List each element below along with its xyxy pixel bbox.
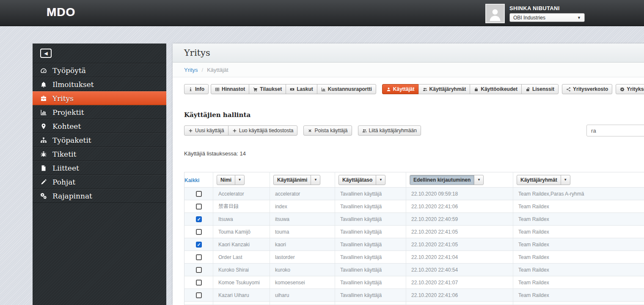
page-title: Yritys	[184, 48, 210, 58]
delete-user-button[interactable]: Poista käyttäjä	[303, 125, 352, 136]
cell-level: Tavallinen käyttäjä	[335, 264, 406, 276]
cell-username: kuroko	[270, 264, 335, 276]
lock-icon	[474, 87, 479, 92]
topbar: MDO SHINKA NIBUTANI OBI Industries ▼	[0, 0, 644, 26]
breadcrumb-separator: /	[202, 67, 204, 73]
user-search-input[interactable]	[586, 125, 644, 136]
cell-level: Tavallinen käyttäjä	[335, 276, 406, 289]
table-row: Itsuwa itsuwa Tavallinen käyttäjä 22.10.…	[184, 213, 644, 226]
tab-kayttooikeudet[interactable]: Käyttöoikeudet	[470, 84, 522, 94]
cell-username: komoesensei	[270, 276, 335, 289]
user-count-value: 14	[240, 150, 246, 157]
user-name: SHINKA NIBUTANI	[509, 5, 585, 11]
row-checkbox[interactable]	[196, 242, 202, 248]
table-header-row: Kaikki Nimi▼ Käyttäjänimi▼	[184, 172, 644, 188]
sidebar-item-kohteet[interactable]: Kohteet	[33, 119, 166, 133]
cell-last-login: 22.10.2020 22:40:54	[406, 264, 513, 276]
sort-button-nimi[interactable]: Nimi▼	[217, 175, 245, 185]
cell-level: Tavallinen käyttäjä	[335, 188, 406, 200]
cell-groups: Team Raildex	[513, 289, 644, 302]
cell-username: index	[270, 200, 335, 213]
tab-hinnastot[interactable]: Hinnastot	[211, 84, 249, 94]
tab-laskut[interactable]: Laskut	[286, 84, 317, 94]
table-row: Kaori Kanzaki kaori Tavallinen käyttäjä …	[184, 238, 644, 251]
row-checkbox[interactable]	[196, 216, 202, 222]
attach-to-user-group-button[interactable]: Liitä käyttäjäryhmään	[358, 125, 421, 136]
user-icon	[386, 87, 391, 92]
sidebar-item-tiketit[interactable]: Tiketit	[33, 147, 166, 161]
cell-level: Tavallinen käyttäjä	[335, 213, 406, 226]
sidebar-item-pohjat[interactable]: Pohjat	[33, 175, 166, 189]
chevron-down-icon: ▼	[561, 175, 570, 185]
main-panel: Yritys Yritys / Käyttäjät Info Hinnastot	[173, 44, 644, 305]
app-logo: MDO	[47, 5, 75, 19]
cell-name: Itsuwa	[213, 213, 270, 226]
sidebar-item-tyopoyta[interactable]: Työpöytä	[33, 63, 166, 77]
cell-level: Tavallinen käyttäjä	[335, 226, 406, 238]
chevron-down-icon: ▼	[311, 175, 320, 185]
row-checkbox[interactable]	[196, 191, 202, 197]
row-checkbox[interactable]	[196, 280, 202, 286]
chevron-down-icon: ▼	[577, 16, 581, 20]
x-icon	[308, 128, 312, 133]
sidebar-collapse-button[interactable]: ◀	[40, 49, 52, 58]
users-icon	[362, 128, 367, 133]
cell-name: Touma Kamijō	[213, 226, 270, 238]
cell-groups: Team Raildex	[513, 251, 644, 264]
tab-yrityksen-asetukset[interactable]: Yrityksen asetukset	[616, 84, 644, 94]
sidebar-item-tyopaketit[interactable]: Työpaketit	[33, 133, 166, 147]
users-icon	[423, 87, 427, 92]
avatar	[485, 4, 505, 23]
cell-groups: Team Raildex	[513, 276, 644, 289]
tab-kustannusraportti[interactable]: Kustannusraportti	[317, 84, 376, 94]
cell-name: Kuroko Shirai	[213, 264, 270, 276]
tab-info[interactable]: Info	[184, 84, 209, 94]
row-checkbox[interactable]	[196, 254, 202, 260]
table-row: Komoe Tsukuyomi komoesensei Tavallinen k…	[184, 276, 644, 289]
row-checkbox[interactable]	[196, 204, 202, 210]
user-actions-row: Uusi käyttäjä Luo käyttäjiä tiedostosta …	[184, 125, 644, 136]
tab-tilaukset[interactable]: Tilaukset	[249, 84, 286, 94]
tab-kayttajaryhmat[interactable]: Käyttäjäryhmät	[418, 84, 471, 94]
file-icon	[40, 165, 47, 172]
select-all-link[interactable]: Kaikki	[184, 177, 199, 183]
briefcase-icon	[40, 95, 47, 102]
sidebar-item-liitteet[interactable]: Liitteet	[33, 161, 166, 175]
cell-name: Komoe Tsukuyomi	[213, 276, 270, 289]
create-users-from-file-button[interactable]: Luo käyttäjiä tiedostosta	[228, 125, 298, 136]
sort-button-kayttajanimi[interactable]: Käyttäjänimi▼	[273, 175, 320, 185]
sort-button-kayttajataso[interactable]: Käyttäjätaso▼	[339, 175, 385, 185]
sidebar-item-ilmoitukset[interactable]: Ilmoitukset	[33, 77, 166, 91]
sidebar-item-rajapinnat[interactable]: Rajapinnat	[33, 189, 166, 203]
bug-icon	[40, 151, 47, 158]
row-checkbox[interactable]	[196, 229, 202, 235]
new-user-button[interactable]: Uusi käyttäjä	[184, 125, 228, 136]
cell-level: Tavallinen käyttäjä	[335, 200, 406, 213]
bell-icon	[40, 81, 47, 88]
table-row: 禁書目録 index Tavallinen käyttäjä 22.10.202…	[184, 200, 644, 213]
info-icon	[188, 87, 193, 92]
gear-icon	[620, 87, 625, 92]
tab-lisenssit[interactable]: Lisenssit	[521, 84, 559, 94]
row-checkbox[interactable]	[196, 267, 202, 273]
money-icon	[290, 87, 294, 92]
cell-username: itsuwa	[270, 213, 335, 226]
cell-name: Accelerator	[213, 188, 270, 200]
sort-button-edellinen-kirjautuminen[interactable]: Edellinen kirjautuminen▼	[410, 175, 484, 185]
cell-name: Kaori Kanzaki	[213, 238, 270, 251]
cell-groups: Team Raildex	[513, 213, 644, 226]
table-row: Accelerator accelerator Tavallinen käytt…	[184, 188, 644, 200]
sidebar-item-projektit[interactable]: Projektit	[33, 105, 166, 119]
cell-groups: Team Raildex	[513, 200, 644, 213]
tab-yritysverkosto[interactable]: Yritysverkosto	[562, 84, 612, 94]
unlock-icon	[526, 87, 530, 92]
tab-kayttajat[interactable]: Käyttäjät	[382, 84, 419, 94]
row-checkbox[interactable]	[196, 292, 202, 298]
company-select[interactable]: OBI Industries ▼	[509, 13, 585, 22]
breadcrumb-link-yritys[interactable]: Yritys	[184, 67, 198, 73]
sort-button-kayttajaryhmat[interactable]: Käyttäjäryhmät▼	[517, 175, 570, 185]
company-select-value: OBI Industries	[513, 15, 545, 21]
sidebar-item-yritys[interactable]: Yritys	[33, 91, 166, 105]
page-header: Yritys	[173, 44, 644, 63]
cell-groups: Team Raildex	[513, 238, 644, 251]
